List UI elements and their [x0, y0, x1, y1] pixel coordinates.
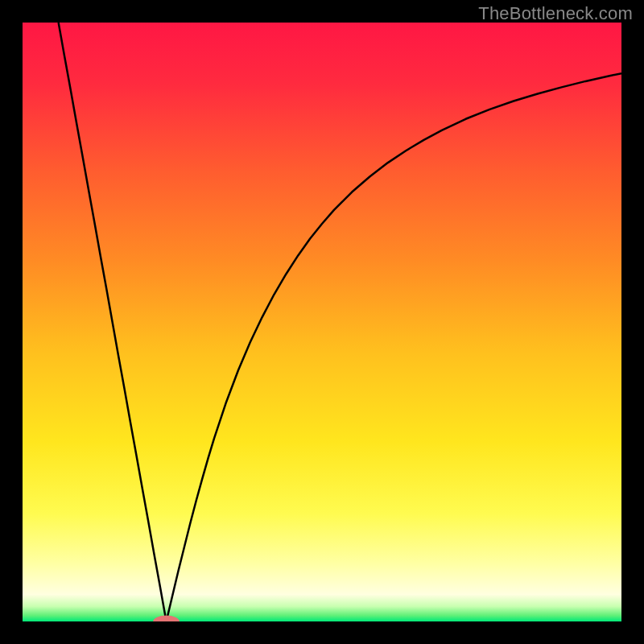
chart-container: TheBottleneck.com: [0, 0, 644, 644]
plot-area: [23, 23, 621, 621]
watermark-text: TheBottleneck.com: [478, 3, 633, 24]
chart-svg: [23, 23, 621, 621]
